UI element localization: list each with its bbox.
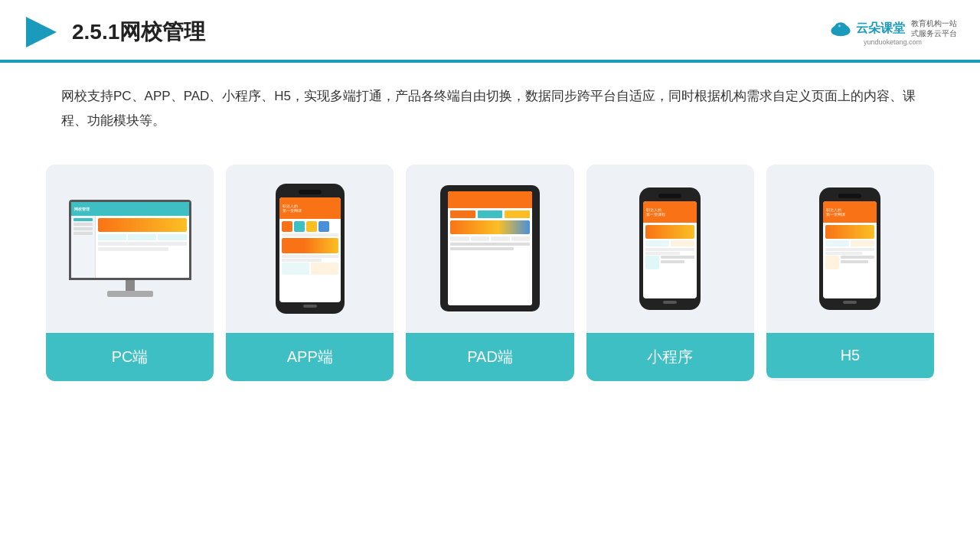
cards-container: 网校管理 [0,142,980,404]
phone-miniapp-device: 职达人的第一堂课程 [639,187,701,310]
phone-frame: 职达人的第一堂网课 [276,184,345,314]
svg-point-4 [835,22,847,32]
card-app: 职达人的第一堂网课 [226,165,394,381]
logo-slogan-line2: 式服务云平台 [911,28,957,38]
monitor-screen: 网校管理 [69,200,191,280]
logo-url: yunduoketang.com [864,38,922,46]
card-miniapp: 职达人的第一堂课程 [586,165,754,381]
card-h5-image: 职达人的第一堂网课 [766,165,934,333]
phone-miniapp-frame: 职达人的第一堂课程 [639,187,701,310]
phone-h5-home [843,301,857,304]
phone-h5-header: 职达人的第一堂网课 [823,201,877,223]
play-icon [23,14,60,51]
card-h5: 职达人的第一堂网课 [766,165,934,381]
card-pc: 网校管理 [46,165,214,381]
logo-slogan-line1: 教育机构一站 [911,18,957,28]
cloud-icon [828,20,853,37]
tablet-device [440,185,540,311]
logo-area: 云朵课堂 教育机构一站 式服务云平台 yunduoketang.com [828,18,957,46]
card-pad-image [406,165,573,333]
phone-screen: 职达人的第一堂网课 [279,197,341,302]
card-app-image: 职达人的第一堂网课 [226,165,394,333]
card-pad-label: PAD端 [406,333,573,381]
card-pad: PAD端 [406,165,573,381]
phone-miniapp-home [663,301,677,304]
monitor-base [107,291,153,297]
logo-text: 云朵课堂 [856,21,905,37]
description-text: 网校支持PC、APP、PAD、小程序、H5，实现多端打通，产品各终端自由切换，数… [0,63,980,142]
tablet-frame [440,185,540,311]
logo-cloud: 云朵课堂 教育机构一站 式服务云平台 [828,18,957,38]
tablet-screen [448,191,532,305]
card-miniapp-label: 小程序 [586,333,754,381]
card-pc-image: 网校管理 [46,165,214,333]
phone-h5-screen: 职达人的第一堂网课 [823,201,877,298]
card-app-label: APP端 [226,333,394,381]
page-title: 2.5.1网校管理 [72,18,205,47]
svg-marker-0 [26,17,57,47]
phone-miniapp-header: 职达人的第一堂课程 [643,201,697,223]
phone-h5-device: 职达人的第一堂网课 [819,187,880,310]
tablet-screen-header [448,191,532,208]
header: 2.5.1网校管理 云朵课堂 教育机构一站 式服务云平台 yunduoketan… [0,0,980,61]
svg-point-5 [838,24,841,27]
phone-miniapp-screen: 职达人的第一堂课程 [643,201,697,298]
phone-screen-header: 职达人的第一堂网课 [279,197,341,219]
phone-app-device: 职达人的第一堂网课 [276,184,345,314]
pc-monitor-device: 网校管理 [69,200,191,297]
phone-notch [299,190,322,194]
phone-home-button [303,305,317,308]
card-pc-label: PC端 [46,333,214,381]
card-h5-label: H5 [766,333,934,378]
phone-h5-frame: 职达人的第一堂网课 [819,187,880,310]
header-left: 2.5.1网校管理 [23,14,205,51]
monitor-neck [126,280,135,291]
card-miniapp-image: 职达人的第一堂课程 [586,165,754,333]
